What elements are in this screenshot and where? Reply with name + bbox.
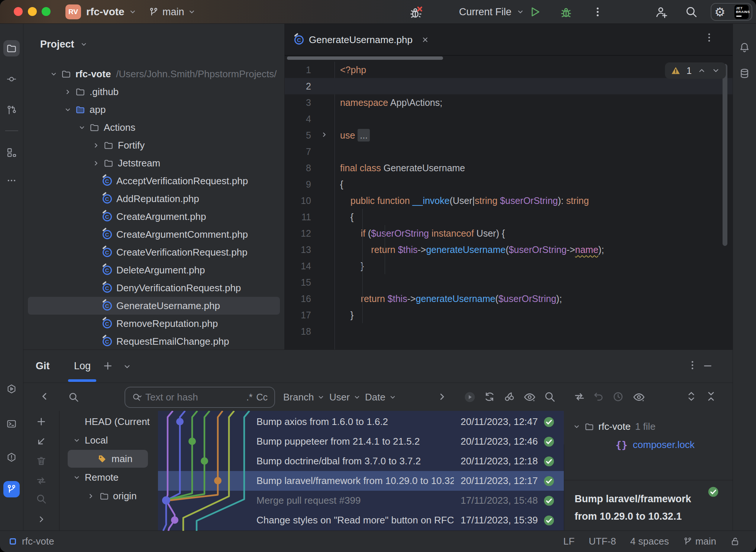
commit-row-5[interactable]: Merge pull request #39917/11/2023, 15:48 [158, 491, 564, 510]
code-line-18[interactable]: 18 [285, 323, 733, 340]
more-filters-icon[interactable] [437, 392, 447, 402]
back-icon[interactable] [39, 391, 50, 402]
tree-item-fortify[interactable]: Fortify [28, 136, 280, 154]
tree-item-createverificationrequest-php[interactable]: CCreateVerificationRequest.php [28, 243, 280, 261]
tool-database-button[interactable] [736, 65, 753, 82]
tool-problems-button[interactable] [3, 449, 20, 465]
close-tab-icon[interactable] [421, 36, 429, 43]
code-line-3[interactable]: 3namespace App\Actions; [285, 94, 733, 111]
show-details-eye-icon[interactable] [523, 391, 536, 403]
code-with-me-button[interactable] [655, 6, 668, 19]
commit-row-6[interactable]: Change styles on "Read more" button on R… [158, 510, 564, 530]
commit-row-2[interactable]: Bump puppeteer from 21.4.1 to 21.5.220/1… [158, 432, 564, 451]
debug-button[interactable] [559, 5, 573, 19]
new-branch-icon[interactable] [36, 416, 47, 427]
changed-file-link[interactable]: composer.lock [633, 439, 695, 451]
tool-structure-button[interactable] [3, 144, 20, 160]
project-view-selector[interactable]: Project [40, 39, 87, 50]
code-line-12[interactable]: 12 if ($userOrString instanceof User) { [285, 225, 733, 241]
branch-switcher[interactable]: main [149, 0, 196, 24]
tree-item-createargumentcomment-php[interactable]: CCreateArgumentComment.php [28, 225, 280, 243]
branch-group-remote[interactable]: Remote [59, 468, 158, 487]
commit-row-3[interactable]: Bump doctrine/dbal from 3.7.0 to 3.7.220… [158, 451, 564, 471]
zoom-window-button[interactable] [42, 7, 51, 16]
tool-terminal-button[interactable] [3, 416, 20, 432]
gear-icon[interactable]: ⚙ [714, 6, 726, 18]
code-line-15[interactable]: 15 [285, 274, 733, 290]
tree-item-actions[interactable]: Actions [28, 118, 280, 136]
refresh-icon[interactable] [484, 391, 495, 403]
commit-row-1[interactable]: Bump axios from 1.6.0 to 1.6.220/11/2023… [158, 412, 564, 432]
code-line-16[interactable]: 16 return $this->generateUsername($userO… [285, 290, 733, 307]
branch-head-row[interactable]: HEAD (Current [59, 412, 158, 431]
tree-item-acceptverificationrequest-php[interactable]: CAcceptVerificationRequest.php [28, 172, 280, 190]
regex-toggle[interactable]: .* [246, 392, 253, 403]
status-project-name[interactable]: rfc-vote [22, 536, 54, 547]
tree-item-app[interactable]: app [28, 101, 280, 118]
commit-row-4[interactable]: Bump laravel/framework from 10.29.0 to 1… [158, 471, 564, 491]
code-line-10[interactable]: 10 public function __invoke(User|string … [285, 192, 733, 209]
tree-item-jetstream[interactable]: Jetstream [28, 154, 280, 172]
hide-panel-icon[interactable] [703, 361, 713, 371]
tree-item-removereputation-php[interactable]: CRemoveReputation.php [28, 315, 280, 332]
tree-item-generateusername-php[interactable]: CGenerateUsername.php [28, 297, 280, 315]
code-line-17[interactable]: 17 } [285, 307, 733, 323]
project-switcher[interactable]: rfc-vote [86, 0, 136, 24]
settings-widget[interactable]: ⚙ JET BRAINS [711, 3, 752, 21]
tab-generateusername[interactable]: C GenerateUsername.php [294, 24, 429, 56]
tool-pull-requests-button[interactable] [3, 102, 20, 118]
close-window-button[interactable] [14, 7, 23, 16]
editor-scrollbar[interactable] [723, 64, 727, 246]
code-line-14[interactable]: 14 } [285, 258, 733, 274]
tool-services-button[interactable] [3, 381, 20, 397]
code-line-13[interactable]: 13 return $this->generateUsername($userO… [285, 241, 733, 258]
code-line-2[interactable]: 2 [285, 78, 733, 94]
changed-file-row[interactable]: {} composer.lock [564, 436, 733, 454]
user-filter[interactable]: User [329, 383, 361, 411]
tree-item-deleteargument-php[interactable]: CDeleteArgument.php [28, 261, 280, 279]
fold-arrow-icon[interactable] [321, 131, 328, 138]
run-button[interactable] [529, 6, 541, 18]
prev-problem-icon[interactable] [698, 66, 706, 75]
cherry-pick-icon[interactable] [504, 391, 516, 403]
code-line-4[interactable]: 4 [285, 111, 733, 127]
notifications-bell-button[interactable] [736, 39, 753, 56]
indent-widget[interactable]: 4 spaces [630, 536, 669, 547]
next-problem-icon[interactable] [712, 66, 720, 75]
hide-branches-icon[interactable] [36, 514, 46, 524]
branch-remote-origin[interactable]: origin [59, 487, 158, 505]
encoding-widget[interactable]: UTF-8 [589, 536, 616, 547]
branch-main-row[interactable]: main [59, 449, 158, 468]
tree-item-addreputation-php[interactable]: CAddReputation.php [28, 190, 280, 208]
code-line-7[interactable]: 7 [285, 143, 733, 160]
tree-item-rfc-vote[interactable]: rfc-vote/Users/John.Smith/PhpstormProjec… [28, 65, 280, 83]
search-everywhere-button[interactable] [685, 6, 698, 18]
match-case-toggle[interactable]: Cc [256, 392, 268, 403]
editor-options-icon[interactable] [704, 32, 715, 43]
chevron-down-icon[interactable] [123, 363, 131, 371]
unlock-icon[interactable] [730, 536, 740, 546]
status-branch-widget[interactable]: main [683, 536, 716, 547]
tool-commit-button[interactable] [3, 71, 20, 87]
line-ending-widget[interactable]: LF [563, 536, 575, 547]
filter-search-icon[interactable] [544, 391, 556, 403]
run-configuration-selector[interactable]: Current File [459, 0, 524, 24]
branch-group-local[interactable]: Local [59, 431, 158, 449]
expand-all-icon[interactable] [686, 391, 697, 402]
branch-filter[interactable]: Branch [283, 383, 324, 411]
code-line-5[interactable]: 5use ... [285, 127, 733, 143]
more-actions-button[interactable] [592, 6, 604, 18]
more-tool-windows-button[interactable] [3, 172, 20, 189]
date-filter[interactable]: Date [365, 383, 396, 411]
code-line-8[interactable]: 8final class GenerateUsername [285, 160, 733, 176]
tree-item-createargument-php[interactable]: CCreateArgument.php [28, 208, 280, 225]
tool-git-button[interactable] [3, 481, 20, 497]
tool-project-button[interactable] [3, 40, 20, 56]
checkout-icon[interactable] [36, 436, 47, 447]
tree-item--github[interactable]: .github [28, 83, 280, 101]
minimize-window-button[interactable] [28, 7, 37, 16]
changed-files-root[interactable]: rfc-vote 1 file [564, 418, 733, 436]
inspection-widget[interactable]: 1 [665, 62, 726, 79]
git-options-icon[interactable] [687, 360, 698, 371]
code-line-9[interactable]: 9{ [285, 176, 733, 192]
